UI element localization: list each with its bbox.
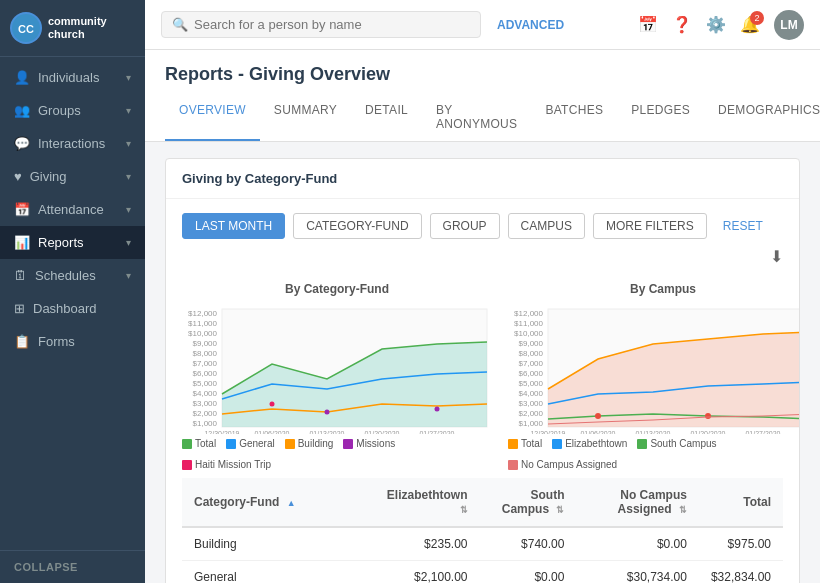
svg-point-39 [705, 413, 711, 419]
filter-reset-button[interactable]: RESET [715, 214, 771, 238]
card-header: Giving by Category-Fund [166, 159, 799, 199]
svg-text:01/06/2020: 01/06/2020 [580, 430, 615, 434]
col-header-category[interactable]: Category-Fund ▲ [182, 478, 367, 527]
filter-campus[interactable]: CAMPUS [508, 213, 585, 239]
svg-text:$4,000: $4,000 [519, 389, 544, 398]
sidebar-label-reports: Reports [38, 235, 84, 250]
category-cell[interactable]: Building [182, 527, 367, 561]
sidebar-item-groups[interactable]: 👥 Groups ▾ [0, 94, 145, 127]
chevron-icon: ▾ [126, 171, 131, 182]
tab-by-anonymous[interactable]: BY ANONYMOUS [422, 95, 531, 141]
filter-last-month[interactable]: LAST MONTH [182, 213, 285, 239]
svg-point-16 [325, 410, 330, 415]
settings-icon[interactable]: ⚙️ [706, 15, 726, 34]
chart2-title: By Campus [508, 282, 800, 296]
col-header-total: Total [699, 478, 783, 527]
giving-card: Giving by Category-Fund LAST MONTH CATEG… [165, 158, 800, 583]
page-header: Reports - Giving Overview OVERVIEW SUMMA… [145, 50, 820, 142]
collapse-button[interactable]: COLLAPSE [0, 550, 145, 583]
page-title: Reports - Giving Overview [165, 64, 800, 85]
sidebar-label-interactions: Interactions [38, 136, 105, 151]
download-icon[interactable]: ⬇ [770, 247, 783, 266]
svg-text:$7,000: $7,000 [519, 359, 544, 368]
svg-text:CC: CC [18, 23, 34, 35]
individuals-icon: 👤 [14, 70, 30, 85]
sidebar-item-forms[interactable]: 📋 Forms [0, 325, 145, 358]
chart2-svg: $12,000 $11,000 $10,000 $9,000 $8,000 $7… [508, 304, 800, 434]
filter-group[interactable]: GROUP [430, 213, 500, 239]
tab-detail[interactable]: DETAIL [351, 95, 422, 141]
main-content: 🔍 ADVANCED 📅 ❓ ⚙️ 🔔 2 LM Reports - Givin… [145, 0, 820, 583]
svg-point-38 [595, 413, 601, 419]
svg-text:$2,000: $2,000 [519, 409, 544, 418]
sidebar-item-attendance[interactable]: 📅 Attendance ▾ [0, 193, 145, 226]
chevron-icon: ▾ [126, 138, 131, 149]
svg-text:$6,000: $6,000 [193, 369, 218, 378]
chevron-icon: ▾ [126, 237, 131, 248]
reports-icon: 📊 [14, 235, 30, 250]
svg-text:01/20/2020: 01/20/2020 [364, 430, 399, 434]
sidebar-item-dashboard[interactable]: ⊞ Dashboard [0, 292, 145, 325]
svg-text:$1,000: $1,000 [519, 419, 544, 428]
tab-batches[interactable]: BATCHES [531, 95, 617, 141]
svg-text:$5,000: $5,000 [193, 379, 218, 388]
svg-text:12/30/2019: 12/30/2019 [530, 430, 565, 434]
svg-text:$1,000: $1,000 [193, 419, 218, 428]
sidebar-label-giving: Giving [30, 169, 67, 184]
tabs: OVERVIEW SUMMARY DETAIL BY ANONYMOUS BAT… [165, 95, 800, 141]
svg-text:01/13/2020: 01/13/2020 [309, 430, 344, 434]
svg-text:$4,000: $4,000 [193, 389, 218, 398]
sidebar-label-individuals: Individuals [38, 70, 99, 85]
svg-point-17 [435, 407, 440, 412]
chevron-icon: ▾ [126, 270, 131, 281]
filter-more-filters[interactable]: MORE FILTERS [593, 213, 707, 239]
svg-text:$10,000: $10,000 [514, 329, 543, 338]
south-campus-cell: $740.00 [480, 527, 577, 561]
category-cell[interactable]: General [182, 561, 367, 584]
avatar[interactable]: LM [774, 10, 804, 40]
chart-campus: By Campus $12,000 $11,000 $10,000 $9,000… [508, 282, 800, 470]
svg-text:01/13/2020: 01/13/2020 [635, 430, 670, 434]
svg-text:$5,000: $5,000 [519, 379, 544, 388]
groups-icon: 👥 [14, 103, 30, 118]
page-content: Reports - Giving Overview OVERVIEW SUMMA… [145, 50, 820, 583]
sidebar-item-schedules[interactable]: 🗓 Schedules ▾ [0, 259, 145, 292]
tab-summary[interactable]: SUMMARY [260, 95, 351, 141]
tab-pledges[interactable]: PLEDGES [617, 95, 704, 141]
sidebar-label-attendance: Attendance [38, 202, 104, 217]
sidebar: CC community church 👤 Individuals ▾ 👥 Gr… [0, 0, 145, 583]
advanced-search-button[interactable]: ADVANCED [497, 18, 564, 32]
svg-text:$6,000: $6,000 [519, 369, 544, 378]
svg-text:$9,000: $9,000 [519, 339, 544, 348]
dashboard-icon: ⊞ [14, 301, 25, 316]
svg-text:01/06/2020: 01/06/2020 [254, 430, 289, 434]
search-input[interactable] [194, 17, 470, 32]
help-icon[interactable]: ❓ [672, 15, 692, 34]
table-body: Building $235.00 $740.00 $0.00 $975.00 G… [182, 527, 783, 583]
calendar-icon[interactable]: 📅 [638, 15, 658, 34]
col-header-south-campus[interactable]: South Campus ⇅ [480, 478, 577, 527]
report-body: Giving by Category-Fund LAST MONTH CATEG… [145, 142, 820, 583]
svg-text:01/20/2020: 01/20/2020 [690, 430, 725, 434]
search-icon: 🔍 [172, 17, 188, 32]
filter-row: LAST MONTH CATEGORY-FUND GROUP CAMPUS MO… [182, 213, 783, 266]
notifications-button[interactable]: 🔔 2 [740, 15, 760, 34]
sidebar-item-individuals[interactable]: 👤 Individuals ▾ [0, 61, 145, 94]
search-bar[interactable]: 🔍 [161, 11, 481, 38]
tab-overview[interactable]: OVERVIEW [165, 95, 260, 141]
sidebar-item-giving[interactable]: ♥ Giving ▾ [0, 160, 145, 193]
col-header-no-campus[interactable]: No Campus Assigned ⇅ [576, 478, 698, 527]
tab-demographics[interactable]: DEMOGRAPHICS [704, 95, 820, 141]
interactions-icon: 💬 [14, 136, 30, 151]
attendance-icon: 📅 [14, 202, 30, 217]
svg-text:$2,000: $2,000 [193, 409, 218, 418]
sidebar-item-interactions[interactable]: 💬 Interactions ▾ [0, 127, 145, 160]
filter-category-fund[interactable]: CATEGORY-FUND [293, 213, 421, 239]
schedules-icon: 🗓 [14, 268, 27, 283]
col-header-elizabethtown[interactable]: Elizabethtown ⇅ [367, 478, 479, 527]
card-body: LAST MONTH CATEGORY-FUND GROUP CAMPUS MO… [166, 199, 799, 583]
sidebar-item-reports[interactable]: 📊 Reports ▾ [0, 226, 145, 259]
giving-table: Category-Fund ▲ Elizabethtown ⇅ South Ca… [182, 478, 783, 583]
sidebar-label-schedules: Schedules [35, 268, 96, 283]
svg-text:$3,000: $3,000 [519, 399, 544, 408]
